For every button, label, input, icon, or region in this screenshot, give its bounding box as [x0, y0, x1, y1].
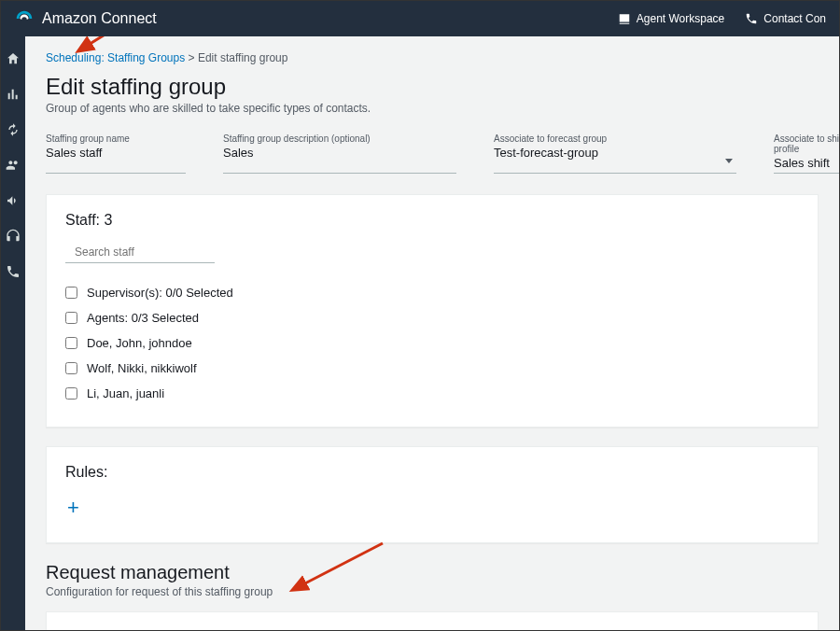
nav-routing-icon[interactable]	[6, 122, 21, 137]
rules-card: Rules: +	[46, 446, 819, 543]
nav-headset-icon[interactable]	[6, 229, 21, 244]
nav-announce-icon[interactable]	[6, 193, 21, 208]
nav-analytics-icon[interactable]	[6, 87, 21, 102]
page-title: Edit staffing group	[46, 74, 819, 100]
forecast-group-select[interactable]: Associate to forecast group Test-forecas…	[494, 133, 736, 174]
nav-home-icon[interactable]	[6, 51, 21, 66]
timeoff-card: Time off: Enable Time off request for th…	[46, 611, 819, 630]
fields-row: Staffing group name Sales staff Staffing…	[46, 133, 819, 174]
staff-checkbox[interactable]	[65, 387, 77, 400]
staff-heading: Staff: 3	[65, 212, 799, 229]
add-rule-button[interactable]: +	[65, 494, 81, 522]
staff-row[interactable]: Doe, John, johndoe	[65, 330, 799, 356]
breadcrumb: Scheduling: Staffing Groups > Edit staff…	[46, 51, 819, 64]
staff-row[interactable]: Li, Juan, juanli	[65, 381, 799, 406]
staff-checkbox[interactable]	[65, 362, 77, 374]
supervisors-row[interactable]: Supervisor(s): 0/0 Selected	[65, 280, 799, 305]
timeoff-heading: Time off:	[65, 629, 799, 630]
staff-checkbox[interactable]	[65, 337, 77, 349]
page-subtitle: Group of agents who are skilled to take …	[46, 102, 819, 115]
agents-row[interactable]: Agents: 0/3 Selected	[65, 305, 799, 330]
supervisors-checkbox[interactable]	[65, 287, 77, 299]
svg-line-0	[87, 36, 126, 46]
request-management-title: Request management	[46, 562, 819, 583]
agents-checkbox[interactable]	[65, 312, 77, 324]
staffing-group-name-field[interactable]: Staffing group name Sales staff	[46, 133, 186, 174]
request-management-subtitle: Configuration for request of this staffi…	[46, 585, 819, 598]
connect-logo-icon	[14, 8, 35, 29]
top-bar: Amazon Connect Agent Workspace Contact C…	[1, 1, 839, 36]
shift-profile-field[interactable]: Associate to shift profile Sales shift	[774, 133, 839, 174]
nav-users-icon[interactable]	[6, 158, 21, 173]
phone-icon	[745, 12, 758, 25]
agent-workspace-link[interactable]: Agent Workspace	[618, 12, 725, 25]
rules-heading: Rules:	[65, 464, 799, 481]
breadcrumb-current: Edit staffing group	[198, 51, 288, 64]
staff-card: Staff: 3 Supervisor(s): 0/0 Selected Age…	[46, 194, 819, 428]
app-title: Amazon Connect	[42, 10, 157, 27]
main-content: Scheduling: Staffing Groups > Edit staff…	[25, 36, 839, 630]
search-staff-input[interactable]	[65, 242, 215, 263]
staff-row[interactable]: Wolf, Nikki, nikkiwolf	[65, 356, 799, 381]
contact-control-link[interactable]: Contact Con	[745, 12, 826, 25]
chevron-down-icon	[725, 159, 733, 163]
breadcrumb-link[interactable]: Scheduling: Staffing Groups	[46, 51, 185, 64]
workspace-icon	[618, 12, 631, 25]
nav-phone-nav-icon[interactable]	[6, 264, 21, 279]
side-nav	[1, 36, 25, 630]
staffing-group-desc-field[interactable]: Staffing group description (optional) Sa…	[223, 133, 456, 174]
